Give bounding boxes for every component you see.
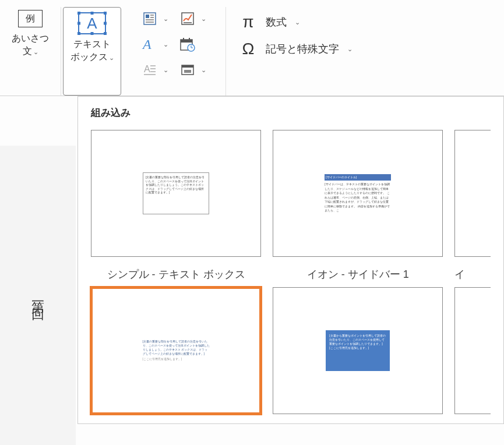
gallery-label-partial: イ [454, 267, 491, 281]
svg-rect-1 [146, 15, 149, 18]
preview-text: [文書の重要な部分を引用して読者の注意を引いたり、このスペースを使って注目ポイン… [143, 172, 209, 214]
document-area: 第一回 [0, 146, 76, 445]
document-heading: 第一回 [29, 291, 47, 302]
symbols-group: π 数式 ⌄ Ω 記号と特殊文字 ⌄ [226, 7, 494, 96]
pi-icon: π [238, 13, 259, 31]
object-button[interactable]: ⌄ [179, 61, 206, 79]
quickparts-button[interactable]: ⌄ [141, 10, 168, 27]
textbox-icon: A [78, 12, 106, 34]
svg-rect-23 [184, 70, 191, 73]
quickparts-icon [141, 10, 158, 27]
datetime-icon [179, 36, 196, 53]
wordart-button[interactable]: A ⌄ [141, 36, 168, 53]
textbox-gallery-panel: 組み込み [文書の重要な部分を引用して読者の注意を引いたり、このスペースを使って… [77, 96, 504, 424]
gallery-item-simple-preview[interactable]: [文書の重要な部分を引用して読者の注意を引いたり、このスペースを使って注目ポイン… [91, 130, 261, 257]
omega-icon: Ω [238, 40, 259, 58]
object-icon [179, 61, 196, 79]
textbox-button[interactable]: A テキストボックス⌄ [63, 7, 121, 96]
svg-text:A: A [142, 37, 151, 52]
greeting-button[interactable]: 例 あいさつ文⌄ [0, 7, 61, 96]
gallery-item-ion-sidebar-1[interactable]: [文書から重要なポイントを引用して読者の注意を引いたり、このスペースを使用して重… [273, 287, 443, 414]
dropcap-icon: A [141, 61, 158, 79]
svg-rect-12 [189, 38, 190, 40]
gallery-label-simple: シンプル - テキスト ボックス [91, 267, 261, 281]
insert-small-group: ⌄ ⌄ A ⌄ A ⌄ [121, 7, 226, 96]
wordart-icon: A [141, 36, 158, 53]
textbox-label: テキストボックス⌄ [71, 38, 114, 64]
dropcap-button[interactable]: A ⌄ [141, 61, 168, 79]
equation-label: 数式 [266, 15, 287, 29]
preview-quote: [文書の重要な部分を引用して読者の注意を引いたり、このスペースを使って注目ポイン… [143, 340, 210, 361]
gallery-item-partial-2[interactable] [454, 287, 491, 414]
ribbon-toolbar: 例 あいさつ文⌄ A テキストボックス⌄ ⌄ ⌄ [0, 0, 504, 96]
preview-sidebar: [サイドバーのタイトル] [サイドバーは、テキストの重要なポイントを強調したり、… [325, 174, 391, 213]
symbol-button[interactable]: Ω 記号と特殊文字 ⌄ [238, 40, 353, 58]
svg-rect-3 [150, 17, 154, 18]
gallery-label-ion-sidebar: イオン - サイドバー 1 [273, 267, 443, 281]
greeting-label: あいさつ文⌄ [12, 32, 49, 58]
svg-rect-2 [150, 15, 154, 16]
gallery-heading: 組み込み [91, 106, 491, 119]
signature-icon [179, 10, 196, 27]
greeting-icon: 例 [18, 10, 43, 27]
signature-button[interactable]: ⌄ [179, 10, 206, 27]
svg-rect-22 [182, 65, 193, 68]
preview-ion: [文書から重要なポイントを引用して読者の注意を引いたり、このスペースを使用して重… [326, 330, 390, 371]
svg-text:A: A [144, 64, 150, 74]
equation-button[interactable]: π 数式 ⌄ [238, 13, 300, 31]
gallery-item-partial-1[interactable] [454, 130, 491, 257]
datetime-button[interactable] [179, 36, 206, 53]
svg-rect-10 [181, 40, 192, 43]
svg-rect-4 [146, 19, 154, 20]
gallery-item-sidebar-preview[interactable]: [サイドバーのタイトル] [サイドバーは、テキストの重要なポイントを強調したり、… [273, 130, 443, 257]
symbol-label: 記号と特殊文字 [266, 42, 339, 56]
gallery-item-simple-textbox[interactable]: [文書の重要な部分を引用して読者の注意を引いたり、このスペースを使って注目ポイン… [91, 287, 261, 414]
svg-rect-5 [146, 22, 154, 23]
svg-rect-11 [183, 38, 184, 40]
